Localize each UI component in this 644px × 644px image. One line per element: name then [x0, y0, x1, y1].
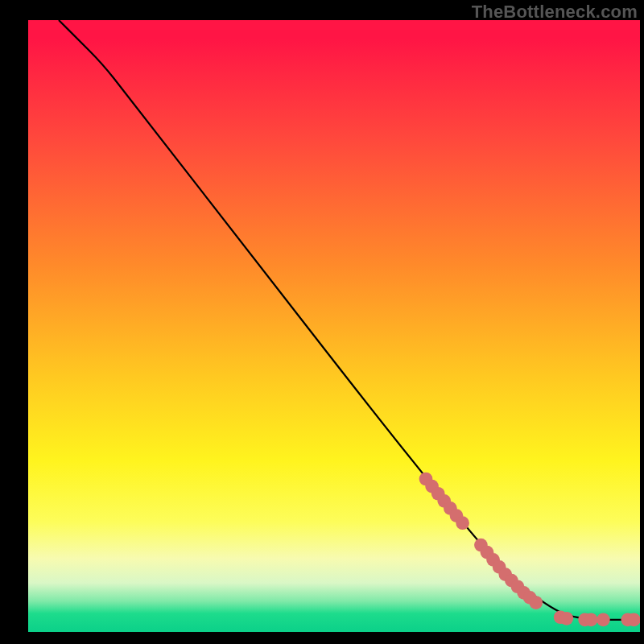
data-marker	[529, 596, 543, 609]
curve-layer	[28, 20, 640, 632]
watermark-text: TheBottleneck.com	[472, 2, 638, 23]
plot-area	[28, 20, 640, 632]
data-marker	[584, 613, 598, 626]
chart-frame: TheBottleneck.com	[0, 0, 644, 644]
data-marker	[456, 516, 469, 530]
marker-group	[419, 473, 640, 627]
data-marker	[597, 613, 610, 626]
data-marker	[559, 612, 573, 625]
bottleneck-curve	[59, 20, 640, 620]
data-marker	[627, 613, 640, 626]
